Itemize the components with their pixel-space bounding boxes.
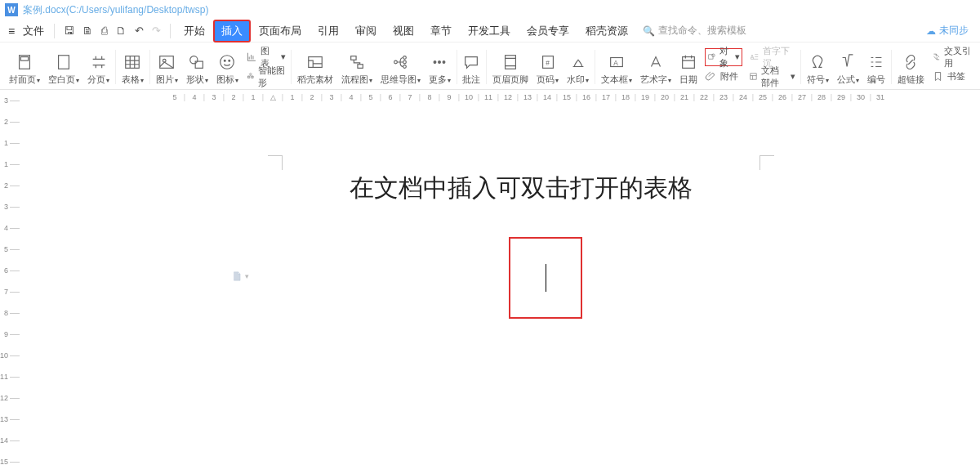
svg-rect-27 xyxy=(709,55,713,59)
menubar: ≡ 文件 🖫 🗎 ⎙ 🗋 ↶ ↷ 开始 插入 页面布局 引用 审阅 视图 章节 … xyxy=(0,20,980,42)
qa-saveas-icon[interactable]: 🗎 xyxy=(78,21,97,40)
highlight-cursor-box xyxy=(509,237,582,319)
btn-symbol[interactable]: 符号▾ xyxy=(803,45,833,89)
btn-picture[interactable]: 图片▾ xyxy=(152,45,182,89)
horizontal-ruler: 5|4|3|2|1|△|1|2|3|4|5|6|7|8|9|10|11|12|1… xyxy=(23,90,980,105)
tab-start[interactable]: 开始 xyxy=(176,20,213,42)
svg-point-15 xyxy=(403,56,407,59)
btn-attachment[interactable]: 附件 xyxy=(705,68,742,86)
qa-print-icon[interactable]: ⎙ xyxy=(97,21,112,40)
btn-coverpage[interactable]: 封面页▾ xyxy=(5,45,44,89)
svg-point-18 xyxy=(434,60,436,63)
btn-flowchart[interactable]: 流程图▾ xyxy=(337,45,376,89)
file-menu[interactable]: 文件 xyxy=(18,20,49,42)
svg-rect-30 xyxy=(751,74,756,79)
btn-hyperlink[interactable]: 超链接 xyxy=(893,45,929,89)
ribbon-tabs: 开始 插入 页面布局 引用 审阅 视图 章节 开发工具 会员专享 稻壳资源 xyxy=(176,20,636,42)
margin-corner-tr xyxy=(760,155,774,170)
vertical-ruler: 321123456789101112131415 xyxy=(0,90,23,474)
qa-redo-icon[interactable]: ↷ xyxy=(148,21,165,40)
btn-wordart[interactable]: 艺术字▾ xyxy=(636,45,675,89)
hamburger-icon[interactable]: ≡ xyxy=(5,21,18,41)
svg-rect-13 xyxy=(358,64,363,68)
btn-numbering[interactable]: 编号 xyxy=(863,45,889,89)
qa-undo-icon[interactable]: ↶ xyxy=(131,21,148,40)
btn-date[interactable]: 日期 xyxy=(675,45,702,89)
margin-corner-tl xyxy=(268,155,283,170)
btn-comment[interactable]: 批注 xyxy=(458,45,484,89)
btn-equation[interactable]: 公式▾ xyxy=(833,45,863,89)
sync-label: 未同步 xyxy=(939,24,969,38)
btn-chart[interactable]: 图表▾ xyxy=(246,48,286,66)
btn-pagenumber[interactable]: #页码▾ xyxy=(532,45,563,89)
btn-bookmark[interactable]: 书签 xyxy=(932,68,972,86)
btn-textbox[interactable]: A文本框▾ xyxy=(597,45,636,89)
btn-headerfooter[interactable]: 页眉页脚 xyxy=(488,45,532,89)
btn-dropcap[interactable]: A首字下沉 xyxy=(749,48,795,66)
filename-label: 案例.docx(C:/Users/yulifang/Desktop/twsp) xyxy=(23,3,208,17)
svg-rect-3 xyxy=(126,56,140,68)
svg-text:#: # xyxy=(546,59,550,66)
search-placeholder: 查找命令、搜索模板 xyxy=(658,24,746,38)
btn-docer-material[interactable]: 稻壳素材 xyxy=(293,45,337,89)
svg-point-10 xyxy=(229,60,230,61)
tab-view[interactable]: 视图 xyxy=(385,20,422,42)
text-caret xyxy=(546,264,546,292)
tab-vip[interactable]: 会员专享 xyxy=(519,20,577,42)
tab-pagelayout[interactable]: 页面布局 xyxy=(251,20,310,42)
svg-point-17 xyxy=(403,65,407,68)
titlebar: W 案例.docx(C:/Users/yulifang/Desktop/twsp… xyxy=(0,0,980,20)
btn-docparts[interactable]: 文档部件▾ xyxy=(749,68,795,86)
svg-rect-11 xyxy=(308,56,322,67)
btn-table[interactable]: 表格▾ xyxy=(118,45,148,89)
svg-text:A: A xyxy=(613,59,618,66)
tab-sections[interactable]: 章节 xyxy=(422,20,460,42)
svg-point-9 xyxy=(224,60,225,61)
qa-save-icon[interactable]: 🖫 xyxy=(60,21,78,40)
svg-point-16 xyxy=(403,60,407,64)
qa-preview-icon[interactable]: 🗋 xyxy=(112,21,131,40)
paragraph-side-icon[interactable]: ▾ xyxy=(231,270,249,283)
svg-rect-2 xyxy=(59,55,69,69)
btn-crossref[interactable]: 交叉引用 xyxy=(932,48,972,66)
svg-point-19 xyxy=(439,60,441,63)
btn-smartart[interactable]: 智能图形 xyxy=(246,68,286,86)
separator xyxy=(54,24,55,38)
sync-status[interactable]: ☁ 未同步 xyxy=(926,24,975,38)
ribbon-insert: 封面页▾ 空白页▾ 分页▾ 表格▾ 图片▾ 形状▾ 图标▾ 图表▾ 智能图形 稻… xyxy=(0,42,980,90)
btn-object[interactable]: 对象▾ xyxy=(705,48,742,66)
svg-point-6 xyxy=(190,56,198,63)
svg-rect-1 xyxy=(20,56,28,60)
btn-pagebreak[interactable]: 分页▾ xyxy=(83,45,114,89)
document-heading: 在文档中插入可双击打开的表格 xyxy=(186,172,856,205)
btn-shapes[interactable]: 形状▾ xyxy=(182,45,212,89)
svg-text:A: A xyxy=(751,54,755,60)
svg-rect-12 xyxy=(350,56,355,60)
tab-references[interactable]: 引用 xyxy=(310,20,347,42)
document-page[interactable]: 在文档中插入可双击打开的表格 ▾ xyxy=(186,114,856,466)
btn-icons[interactable]: 图标▾ xyxy=(212,45,243,89)
svg-point-8 xyxy=(220,55,234,69)
btn-mindmap[interactable]: 思维导图▾ xyxy=(376,45,425,89)
chevron-down-icon: ▾ xyxy=(245,272,249,280)
tab-docer[interactable]: 稻壳资源 xyxy=(577,20,636,42)
tab-insert[interactable]: 插入 xyxy=(213,20,251,42)
svg-point-14 xyxy=(394,60,398,64)
btn-more[interactable]: 更多▾ xyxy=(425,45,455,89)
svg-point-28 xyxy=(712,54,715,57)
svg-point-20 xyxy=(443,60,445,63)
tab-devtools[interactable]: 开发工具 xyxy=(460,20,519,42)
cloud-icon: ☁ xyxy=(926,25,936,37)
workspace: 321123456789101112131415 5|4|3|2|1|△|1|2… xyxy=(0,90,980,474)
svg-rect-21 xyxy=(506,55,516,69)
tab-review[interactable]: 审阅 xyxy=(347,20,385,42)
svg-rect-26 xyxy=(683,56,695,68)
separator xyxy=(170,24,171,38)
app-logo: W xyxy=(5,3,18,16)
btn-blankpage[interactable]: 空白页▾ xyxy=(44,45,83,89)
btn-watermark[interactable]: 水印▾ xyxy=(563,45,593,89)
command-search[interactable]: 🔍 查找命令、搜索模板 xyxy=(643,24,746,38)
search-icon: 🔍 xyxy=(643,25,655,37)
